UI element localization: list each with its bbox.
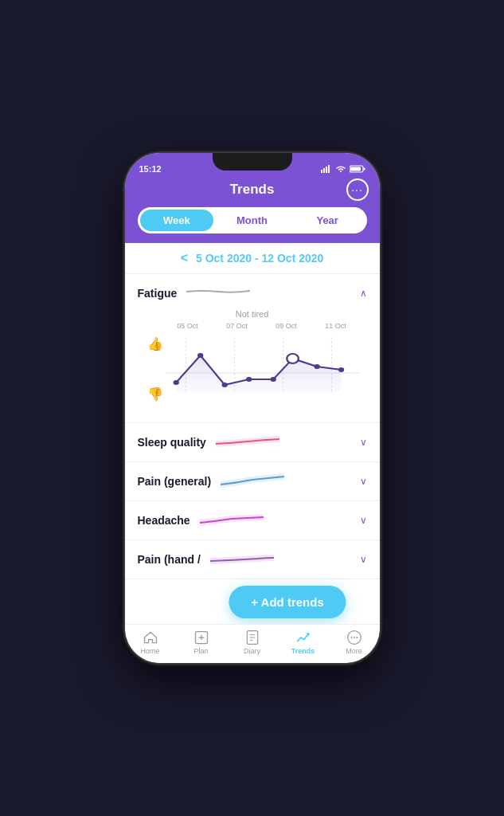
bottom-navigation: Home Plan Diary (125, 624, 380, 663)
tab-month[interactable]: Month (215, 210, 289, 231)
fatigue-expand-icon: ∧ (360, 288, 367, 299)
fatigue-chart-expanded: Not tired 05 Oct 07 Oct 09 Oct 11 Oct 👍 … (138, 303, 367, 413)
more-options-button[interactable]: ··· (346, 178, 369, 201)
sleep-quality-label: Sleep quality (138, 436, 206, 449)
pain-hand-expand-icon: ∨ (360, 554, 367, 565)
headache-expand-icon: ∨ (360, 515, 367, 526)
nav-more[interactable]: More (329, 630, 380, 655)
svg-point-28 (350, 637, 352, 638)
pain-hand-preview (210, 550, 350, 569)
date-range-label: 5 Oct 2020 - 12 Oct 2020 (196, 252, 323, 265)
fatigue-chart-svg (166, 333, 361, 405)
tab-week[interactable]: Week (140, 210, 214, 231)
svg-rect-0 (321, 170, 322, 173)
svg-rect-1 (323, 168, 325, 173)
pain-general-label: Pain (general) (138, 475, 212, 488)
nav-diary-label: Diary (244, 647, 260, 655)
metric-headache: Headache ∨ (125, 501, 380, 540)
nav-diary[interactable]: Diary (227, 630, 278, 655)
sleep-expand-icon: ∨ (360, 437, 367, 448)
chart-x-labels: 05 Oct 07 Oct 09 Oct 11 Oct (144, 322, 361, 330)
nav-home-label: Home (140, 647, 159, 655)
x-label-2: 09 Oct (275, 322, 297, 330)
headache-preview (200, 511, 350, 530)
trends-icon (295, 630, 311, 645)
phone-screen: 15:12 (125, 153, 380, 663)
svg-rect-6 (363, 168, 365, 171)
more-nav-icon (346, 630, 362, 645)
date-navigation: < 5 Oct 2020 - 12 Oct 2020 (125, 243, 380, 274)
svg-point-13 (197, 353, 203, 358)
sleep-preview (216, 433, 350, 452)
header: Trends ··· (125, 177, 380, 207)
add-trends-button[interactable]: + Add trends (229, 586, 346, 618)
headache-label: Headache (138, 514, 190, 527)
svg-rect-5 (350, 167, 361, 171)
diary-icon (244, 630, 260, 645)
metric-sleep-quality: Sleep quality ∨ (125, 423, 380, 462)
prev-date-button[interactable]: < (181, 251, 188, 265)
svg-rect-2 (326, 167, 327, 173)
fatigue-header[interactable]: Fatigue ∧ (138, 284, 367, 303)
x-label-3: 11 Oct (325, 322, 346, 330)
nav-home[interactable]: Home (125, 630, 176, 655)
pain-general-expand-icon: ∨ (360, 476, 367, 487)
fatigue-chart-container: 05 Oct 07 Oct 09 Oct 11 Oct 👍 👎 (138, 322, 367, 413)
fatigue-preview (186, 284, 350, 303)
x-label-0: 05 Oct (177, 322, 198, 330)
svg-point-16 (270, 377, 275, 382)
status-icons (321, 165, 365, 173)
plan-icon (193, 630, 209, 645)
thumbs-up-icon: 👍 (147, 336, 163, 351)
svg-point-12 (173, 380, 178, 385)
nav-trends[interactable]: Trends (278, 630, 329, 655)
chart-area: 👍 👎 (144, 333, 361, 413)
svg-point-17 (287, 354, 299, 363)
headache-header[interactable]: Headache ∨ (138, 511, 367, 530)
home-icon (143, 630, 158, 645)
thumbs-column: 👍 👎 (144, 333, 166, 405)
svg-point-29 (354, 637, 355, 638)
pain-hand-label: Pain (hand / (138, 553, 201, 566)
phone-frame: 15:12 (125, 153, 380, 663)
notch (213, 153, 292, 171)
nav-plan[interactable]: Plan (176, 630, 227, 655)
pain-general-preview (221, 472, 350, 491)
signal-icon (321, 165, 332, 173)
thumbs-down-icon: 👎 (147, 386, 163, 402)
page-title: Trends (230, 182, 275, 198)
svg-point-15 (246, 377, 252, 382)
x-label-1: 07 Oct (226, 322, 248, 330)
tab-bar-container: Week Month Year (125, 207, 380, 243)
time: 15:12 (139, 164, 162, 174)
metric-pain-general: Pain (general) ∨ (125, 462, 380, 501)
svg-point-19 (338, 367, 343, 372)
svg-point-18 (314, 364, 319, 369)
svg-point-30 (356, 637, 357, 638)
metric-pain-hand: Pain (hand / ∨ (125, 540, 380, 579)
battery-icon (350, 165, 365, 173)
sleep-quality-header[interactable]: Sleep quality ∨ (138, 433, 367, 452)
nav-trends-label: Trends (291, 647, 315, 655)
period-tab-switcher: Week Month Year (138, 207, 367, 233)
svg-rect-3 (328, 165, 330, 173)
wifi-icon (335, 165, 346, 173)
pain-general-header[interactable]: Pain (general) ∨ (138, 472, 367, 491)
content-area: < 5 Oct 2020 - 12 Oct 2020 Fatigue ∧ (125, 243, 380, 624)
nav-more-label: More (346, 647, 362, 655)
tab-year[interactable]: Year (291, 210, 365, 231)
nav-plan-label: Plan (193, 647, 208, 655)
svg-point-14 (221, 382, 227, 387)
pain-hand-header[interactable]: Pain (hand / ∨ (138, 550, 367, 569)
fatigue-top-label: Not tired (138, 309, 367, 319)
fatigue-label: Fatigue (138, 287, 178, 300)
metric-fatigue: Fatigue ∧ Not tired 05 Oct 07 (125, 274, 380, 423)
add-trends-area: + Add trends (125, 586, 380, 624)
